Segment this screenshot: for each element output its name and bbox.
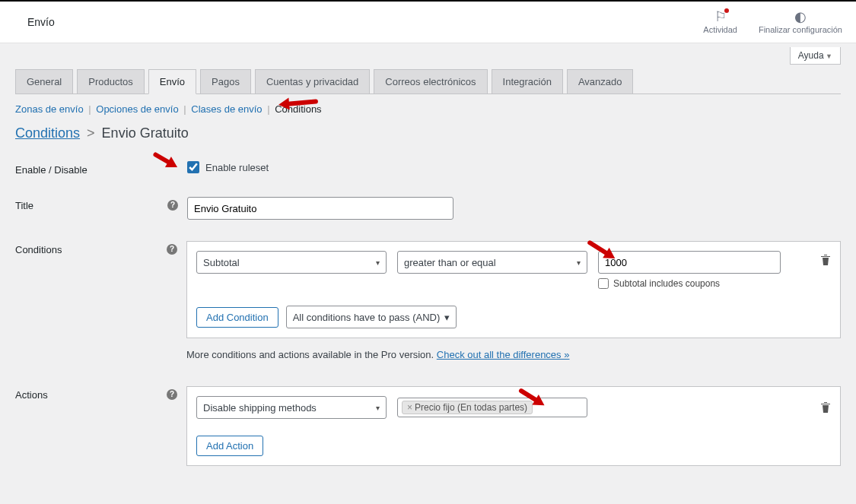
header-actions: ⚐ Actividad ◐ Finalizar configuración: [703, 10, 842, 34]
shipping-subtabs: Zonas de envío | Opciones de envío | Cla…: [15, 94, 841, 122]
finish-setup-button[interactable]: ◐ Finalizar configuración: [759, 10, 842, 34]
tab-pagos[interactable]: Pagos: [200, 69, 251, 94]
breadcrumb-current: Envio Gratuito: [102, 125, 189, 141]
help-dropdown[interactable]: Ayuda: [790, 47, 841, 65]
chevron-down-icon: ▾: [577, 258, 581, 267]
main-tabs: General Productos Envío Pagos Cuentas y …: [15, 69, 841, 94]
actions-panel: Disable shipping methods ▾ × Precio fijo…: [186, 386, 841, 466]
remove-tag-button[interactable]: ×: [407, 402, 412, 413]
tab-productos[interactable]: Productos: [77, 69, 145, 94]
subtab-clases[interactable]: Clases de envío: [191, 103, 262, 115]
condition-value-input[interactable]: [598, 251, 781, 274]
tab-general[interactable]: General: [15, 69, 73, 94]
subtab-conditions[interactable]: Conditions: [275, 103, 321, 115]
actions-label: Actions: [15, 386, 167, 401]
pro-version-link[interactable]: Check out all the differences »: [437, 349, 570, 360]
add-action-button[interactable]: Add Action: [196, 436, 263, 456]
page-title: Envío: [27, 16, 55, 28]
tab-integracion[interactable]: Integración: [492, 69, 563, 94]
chevron-down-icon: ▾: [376, 258, 380, 267]
chevron-down-icon: ▾: [444, 312, 450, 323]
finish-setup-label: Finalizar configuración: [759, 25, 842, 34]
circle-half-icon: ◐: [794, 10, 807, 24]
shipping-method-tag: × Precio fijo (En todas partes): [402, 401, 533, 414]
enable-ruleset-label: Enable ruleset: [205, 162, 269, 173]
help-icon[interactable]: ?: [167, 389, 177, 400]
breadcrumb-root[interactable]: Conditions: [15, 125, 80, 141]
title-input[interactable]: [187, 197, 453, 220]
subtab-zonas[interactable]: Zonas de envío: [15, 103, 84, 115]
subtotal-includes-coupons-checkbox[interactable]: [598, 278, 609, 289]
help-icon[interactable]: ?: [167, 244, 177, 255]
trash-icon: [820, 401, 831, 414]
shipping-methods-multiselect[interactable]: × Precio fijo (En todas partes): [397, 398, 587, 417]
delete-condition-button[interactable]: [820, 251, 831, 269]
tab-envio[interactable]: Envío: [148, 69, 196, 94]
chevron-down-icon: ▾: [376, 404, 380, 412]
condition-field-select[interactable]: Subtotal ▾: [196, 251, 387, 274]
activity-button[interactable]: ⚐ Actividad: [703, 10, 737, 34]
pro-version-note: More conditions and actions available in…: [186, 338, 841, 365]
subtotal-includes-coupons-label: Subtotal includes coupons: [613, 278, 720, 289]
activity-label: Actividad: [703, 25, 737, 34]
tab-avanzado[interactable]: Avanzado: [567, 69, 634, 94]
breadcrumb: Conditions > Envio Gratuito: [15, 122, 841, 151]
tab-cuentas[interactable]: Cuentas y privacidad: [255, 69, 370, 94]
enable-ruleset-checkbox[interactable]: [187, 161, 199, 173]
conditions-panel: Subtotal ▾ greater than or equal ▾ Subto…: [186, 241, 841, 338]
subtab-opciones[interactable]: Opciones de envío: [96, 103, 178, 115]
tab-correos[interactable]: Correos electrónicos: [374, 69, 487, 94]
title-label: Title: [15, 197, 167, 211]
add-condition-button[interactable]: Add Condition: [196, 307, 278, 328]
action-type-select[interactable]: Disable shipping methods ▾: [196, 396, 387, 419]
enable-label: Enable / Disable: [15, 161, 167, 176]
condition-operator-select[interactable]: greater than or equal ▾: [397, 251, 587, 274]
conditions-label: Conditions: [15, 241, 167, 255]
delete-action-button[interactable]: [820, 398, 831, 417]
trash-icon: [820, 254, 831, 266]
condition-logic-select[interactable]: All conditions have to pass (AND) ▾: [286, 306, 457, 328]
flag-icon: ⚐: [714, 10, 727, 24]
top-header: Envío ⚐ Actividad ◐ Finalizar configurac…: [0, 2, 856, 43]
help-icon[interactable]: ?: [167, 200, 178, 211]
